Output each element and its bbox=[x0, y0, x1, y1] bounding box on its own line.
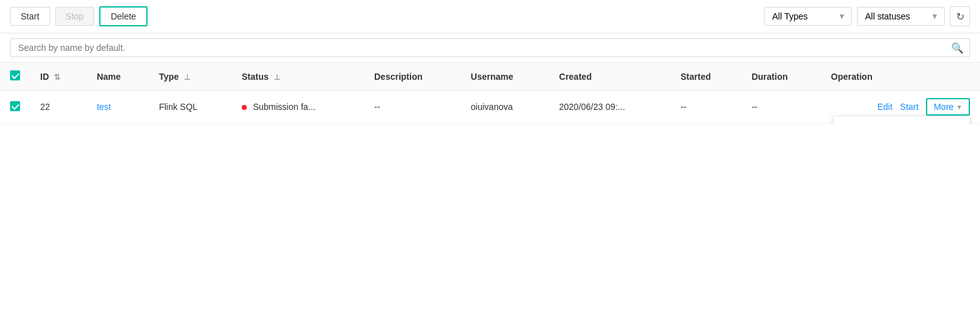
row-status: Submission fa... bbox=[232, 90, 364, 124]
start-link[interactable]: Start bbox=[900, 102, 919, 112]
status-indicator bbox=[242, 105, 247, 110]
more-dropdown-container: More ▼ FlinkUI Stop Delete Modify Name a… bbox=[926, 98, 970, 116]
status-text: Submission fa... bbox=[253, 102, 316, 112]
duration-label: Duration bbox=[751, 72, 788, 82]
status-filter-wrapper: All statuses Running Stopped Failed ▼ bbox=[857, 7, 945, 26]
type-label: Type bbox=[159, 72, 179, 82]
id-sort-icon[interactable]: ⇅ bbox=[54, 73, 60, 82]
row-started: -- bbox=[670, 90, 741, 124]
search-icon: 🔍 bbox=[951, 43, 964, 53]
row-created: 2020/06/23 09:... bbox=[549, 90, 670, 124]
header-checkbox[interactable] bbox=[10, 70, 20, 80]
search-icon-button[interactable]: 🔍 bbox=[951, 42, 964, 54]
header-description: Description bbox=[364, 63, 461, 90]
header-operation: Operation bbox=[821, 63, 980, 90]
row-operations: Edit Start More ▼ FlinkUI Stop Delete Mo… bbox=[821, 90, 980, 124]
search-input[interactable] bbox=[10, 38, 970, 57]
header-checkbox-cell bbox=[0, 63, 30, 90]
search-wrapper: 🔍 bbox=[10, 38, 970, 57]
started-label: Started bbox=[681, 72, 711, 82]
username-label: Username bbox=[471, 72, 514, 82]
search-bar: 🔍 bbox=[0, 33, 980, 63]
header-id: ID ⇅ bbox=[30, 63, 87, 90]
type-filter-icon[interactable]: ⊥ bbox=[184, 73, 190, 82]
type-filter-select[interactable]: All Types Flink SQL Flink JAR bbox=[764, 7, 852, 26]
row-type: Flink SQL bbox=[149, 90, 232, 124]
stop-button[interactable]: Stop bbox=[55, 7, 95, 26]
name-label: Name bbox=[97, 72, 121, 82]
row-name: test bbox=[87, 90, 149, 124]
header-username: Username bbox=[461, 63, 549, 90]
start-button[interactable]: Start bbox=[10, 7, 50, 26]
delete-button[interactable]: Delete bbox=[99, 6, 147, 26]
created-label: Created bbox=[559, 72, 592, 82]
more-label: More bbox=[934, 102, 954, 112]
table-row: 22 test Flink SQL Submission fa... -- oi… bbox=[0, 90, 980, 124]
toolbar-right: All Types Flink SQL Flink JAR ▼ All stat… bbox=[764, 6, 970, 26]
header-name: Name bbox=[87, 63, 149, 90]
dropdown-flink-ui[interactable]: FlinkUI bbox=[834, 116, 969, 124]
header-type: Type ⊥ bbox=[149, 63, 232, 90]
row-duration: -- bbox=[741, 90, 821, 124]
status-filter-icon[interactable]: ⊥ bbox=[274, 73, 280, 82]
refresh-button[interactable]: ↻ bbox=[950, 6, 970, 26]
job-name-link[interactable]: test bbox=[97, 102, 111, 112]
operations-inline: Edit Start More ▼ FlinkUI Stop Delete Mo… bbox=[877, 98, 970, 116]
more-button[interactable]: More ▼ bbox=[926, 98, 970, 116]
more-dropdown-menu: FlinkUI Stop Delete Modify Name and Desc… bbox=[833, 116, 970, 124]
edit-link[interactable]: Edit bbox=[877, 102, 892, 112]
header-duration: Duration bbox=[741, 63, 821, 90]
row-checkbox[interactable] bbox=[10, 101, 20, 111]
header-created: Created bbox=[549, 63, 670, 90]
status-filter-select[interactable]: All statuses Running Stopped Failed bbox=[857, 7, 945, 26]
row-checkbox-cell bbox=[0, 90, 30, 124]
toolbar: Start Stop Delete All Types Flink SQL Fl… bbox=[0, 0, 980, 33]
row-id: 22 bbox=[30, 90, 87, 124]
jobs-table: ID ⇅ Name Type ⊥ Status ⊥ Description Us… bbox=[0, 63, 980, 124]
id-label: ID bbox=[40, 72, 49, 82]
table-header-row: ID ⇅ Name Type ⊥ Status ⊥ Description Us… bbox=[0, 63, 980, 90]
header-started: Started bbox=[670, 63, 741, 90]
status-label: Status bbox=[242, 72, 269, 82]
header-status: Status ⊥ bbox=[232, 63, 364, 90]
row-description: -- bbox=[364, 90, 461, 124]
description-label: Description bbox=[374, 72, 423, 82]
row-username: oiuivanova bbox=[461, 90, 549, 124]
operation-label: Operation bbox=[831, 72, 873, 82]
more-arrow-icon: ▼ bbox=[956, 104, 962, 111]
type-filter-wrapper: All Types Flink SQL Flink JAR ▼ bbox=[764, 7, 852, 26]
